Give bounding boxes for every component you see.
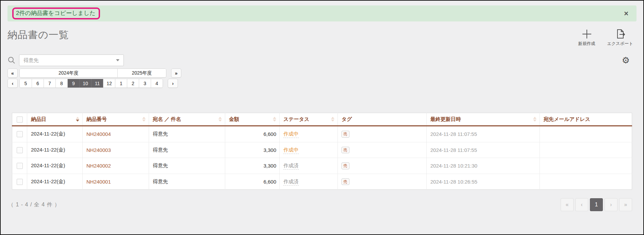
cell-name: 得意先: [149, 174, 225, 190]
tag-badge: 売: [342, 178, 349, 185]
month-cell-4[interactable]: 4: [151, 79, 163, 88]
select-all-checkbox[interactable]: [17, 116, 23, 123]
row-checkbox[interactable]: [17, 179, 23, 185]
month-cell-1[interactable]: 1: [115, 79, 127, 88]
export-button[interactable]: エクスポート: [607, 28, 633, 47]
column-header-amount[interactable]: 金額: [225, 113, 280, 126]
plus-icon: [581, 28, 593, 40]
cell-name: 得意先: [149, 158, 225, 174]
cell-status: 作成中: [280, 126, 338, 142]
cell-updated: 2024-11-28 11:07:55: [427, 126, 540, 142]
next-fiscal-year-button[interactable]: »: [171, 68, 181, 78]
cell-status: 作成済: [280, 158, 338, 174]
row-checkbox[interactable]: [17, 131, 23, 137]
table-row: 2024-11-22(金)NH240004得意先6,600作成中売2024-11…: [12, 126, 632, 142]
page-nav-button[interactable]: ‹: [575, 198, 588, 211]
cell-name: 得意先: [149, 142, 225, 158]
page-button-current[interactable]: 1: [590, 198, 603, 211]
cell-date: 2024-11-22(金): [27, 158, 83, 174]
column-header-name[interactable]: 宛名 ／ 件名: [149, 113, 225, 126]
fiscal-year-cell[interactable]: 2024年度: [20, 69, 117, 77]
prev-month-button[interactable]: ‹: [7, 79, 18, 88]
page-nav-button[interactable]: «: [561, 198, 574, 211]
next-month-button[interactable]: ›: [168, 79, 178, 88]
table-header-row: 納品日納品番号宛名 ／ 件名金額ステータスタグ最終更新日時宛先メールアドレス: [12, 113, 632, 126]
column-header-number[interactable]: 納品番号: [83, 113, 149, 126]
cell-email: [540, 126, 632, 142]
month-cell-11[interactable]: 11: [91, 79, 103, 88]
pagination: «‹1›»: [561, 198, 632, 211]
settings-button[interactable]: ⚙: [622, 56, 630, 65]
cell-amount: 6,600: [225, 126, 280, 142]
cell-updated: 2024-11-28 10:26:55: [427, 174, 540, 190]
month-cell-9[interactable]: 9: [67, 79, 79, 88]
column-header-tag: タグ: [338, 113, 427, 126]
column-label: 宛名 ／ 件名: [153, 116, 181, 122]
month-cell-10[interactable]: 10: [79, 79, 91, 88]
table-row: 2024-11-22(金)NH240002得意先3,300作成済売2024-11…: [12, 158, 632, 174]
cell-number: NH240001: [83, 174, 149, 190]
sort-icon: [331, 117, 334, 122]
cell-tag: 売: [338, 174, 427, 190]
column-label: 納品番号: [86, 116, 107, 122]
customer-select[interactable]: 得意先: [19, 54, 124, 66]
status-text[interactable]: 作成中: [283, 147, 299, 154]
page-header: 納品書の一覧 新規作成 エクスポート: [1, 28, 643, 47]
month-cell-12[interactable]: 12: [103, 79, 115, 88]
month-cell-8[interactable]: 8: [55, 79, 67, 88]
sort-icon: [142, 117, 146, 122]
header-actions: 新規作成 エクスポート: [576, 28, 633, 47]
document-number-link[interactable]: NH240003: [86, 147, 111, 153]
create-button[interactable]: 新規作成: [576, 28, 598, 47]
fiscal-year-cell[interactable]: 2025年度: [117, 69, 166, 77]
status-text[interactable]: 作成済: [283, 178, 299, 186]
cell-number: NH240002: [83, 158, 149, 174]
cell-tag: 売: [338, 142, 427, 158]
cell-email: [540, 174, 632, 190]
table-footer: （ 1 - 4 / 全 4 件 ） «‹1›»: [8, 198, 632, 211]
export-button-label: エクスポート: [607, 41, 633, 47]
cell-email: [540, 142, 632, 158]
document-number-link[interactable]: NH240001: [86, 179, 111, 185]
column-header-updated[interactable]: 最終更新日時: [427, 113, 540, 126]
fiscal-year-cells: 2024年度2025年度: [19, 68, 166, 78]
annotation-highlight-box: 2件の納品書をコピーしました: [12, 7, 100, 19]
close-icon[interactable]: ×: [624, 10, 628, 17]
page-nav-button[interactable]: ›: [605, 198, 617, 211]
column-header-status[interactable]: ステータス: [280, 113, 338, 126]
banner-message: 2件の納品書をコピーしました: [16, 10, 96, 16]
cell-amount: 3,300: [225, 142, 280, 158]
fiscal-year-row: « 2024年度2025年度 »: [7, 68, 643, 78]
month-cell-6[interactable]: 6: [32, 79, 44, 88]
row-checkbox[interactable]: [17, 147, 23, 153]
page-nav-button[interactable]: »: [619, 198, 632, 211]
month-cell-3[interactable]: 3: [139, 79, 151, 88]
record-count: （ 1 - 4 / 全 4 件 ）: [8, 201, 60, 208]
cell-email: [540, 158, 632, 174]
month-row: ‹ 567891011121234 ›: [7, 79, 643, 88]
export-icon: [614, 28, 626, 40]
row-checkbox[interactable]: [17, 163, 23, 169]
cell-date: 2024-11-22(金): [27, 174, 83, 190]
column-label: 最終更新日時: [430, 116, 461, 122]
document-number-link[interactable]: NH240002: [86, 163, 111, 169]
month-cell-2[interactable]: 2: [127, 79, 139, 88]
cell-amount: 6,600: [225, 174, 280, 190]
cell-number: NH240004: [83, 126, 149, 142]
cell-status: 作成済: [280, 174, 338, 190]
filter-bar: 得意先 ⚙: [1, 54, 643, 66]
row-select-cell: [12, 174, 27, 190]
month-cell-7[interactable]: 7: [44, 79, 55, 88]
cell-status: 作成中: [280, 142, 338, 158]
prev-fiscal-year-button[interactable]: «: [7, 68, 18, 78]
customer-select-placeholder: 得意先: [23, 57, 39, 64]
cell-tag: 売: [338, 158, 427, 174]
status-text[interactable]: 作成済: [283, 162, 299, 170]
status-text[interactable]: 作成中: [283, 131, 299, 138]
column-header-date[interactable]: 納品日: [27, 113, 83, 126]
column-label: 金額: [229, 116, 239, 122]
document-number-link[interactable]: NH240004: [86, 131, 111, 137]
table-body: 2024-11-22(金)NH240004得意先6,600作成中売2024-11…: [12, 126, 632, 190]
delivery-note-table: 納品日納品番号宛名 ／ 件名金額ステータスタグ最終更新日時宛先メールアドレス 2…: [12, 113, 632, 190]
month-cell-5[interactable]: 5: [20, 79, 32, 88]
